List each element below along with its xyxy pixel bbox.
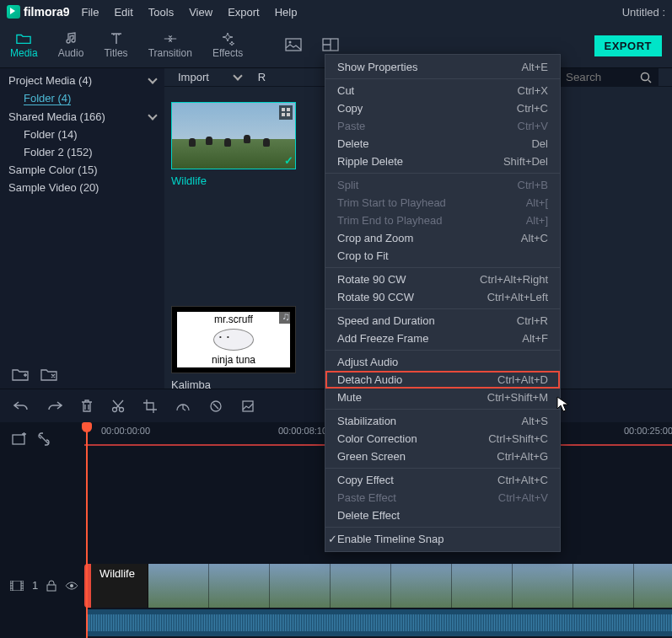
playhead[interactable] — [86, 422, 88, 638]
cut-icon[interactable] — [111, 399, 125, 413]
menu-separator — [325, 173, 560, 174]
svg-rect-4 — [282, 108, 285, 111]
greenscreen-icon[interactable] — [241, 399, 255, 413]
menu-item-mute[interactable]: MuteCtrl+Shift+M — [325, 389, 560, 406]
sparkle-icon — [220, 32, 235, 46]
audio-clip[interactable] — [88, 609, 672, 636]
menu-file[interactable]: File — [81, 6, 99, 19]
menu-item-trim-start-to-playhead: Trim Start to PlayheadAlt+[ — [325, 194, 560, 212]
sidebar-folder-14[interactable]: Folder (14) — [0, 126, 164, 143]
sidebar-sample-video[interactable]: Sample Video (20) — [0, 179, 164, 196]
search-box[interactable] — [559, 68, 659, 86]
menu-item-cut[interactable]: CutCtrl+X — [325, 82, 560, 99]
check-icon: ✓ — [328, 533, 337, 545]
menu-item-copy[interactable]: CopyCtrl+C — [325, 99, 560, 117]
music-icon — [63, 32, 78, 46]
menu-separator — [325, 527, 560, 528]
menu-tools[interactable]: Tools — [148, 6, 174, 19]
tab-titles[interactable]: Titles — [104, 32, 127, 59]
menu-separator — [325, 267, 560, 268]
export-button[interactable]: EXPORT — [594, 35, 662, 56]
svg-rect-14 — [47, 585, 56, 591]
media-thumb-wildlife[interactable]: ✓ Wildlife — [171, 102, 296, 187]
menu-item-paste-effect: Paste EffectCtrl+Alt+V — [325, 489, 560, 507]
menu-item-crop-to-fit[interactable]: Crop to Fit — [325, 247, 560, 265]
tab-audio[interactable]: Audio — [58, 32, 84, 59]
redo-icon[interactable] — [47, 400, 62, 412]
app-logo: filmora9 — [7, 5, 69, 19]
menu-item-show-properties[interactable]: Show PropertiesAlt+E — [325, 58, 560, 76]
menu-separator — [325, 409, 560, 410]
menu-separator — [325, 350, 560, 351]
search-input[interactable] — [566, 71, 633, 83]
context-menu: Show PropertiesAlt+ECutCtrl+XCopyCtrl+CP… — [325, 54, 561, 552]
document-title: Untitled : — [622, 6, 665, 19]
eye-icon[interactable] — [65, 582, 78, 590]
tab-transition[interactable]: Transition — [148, 32, 192, 59]
sidebar-project-media[interactable]: Project Media (4) — [0, 72, 164, 89]
menu-item-delete-effect[interactable]: Delete Effect — [325, 507, 560, 524]
import-dropdown[interactable]: Import — [178, 71, 241, 83]
media-thumb-kalimba[interactable]: mr.scruffninja tuna ♫ Kalimba — [171, 306, 296, 391]
project-sidebar: Project Media (4) Folder (4) Shared Medi… — [0, 68, 164, 389]
video-track-header[interactable]: 1 — [0, 579, 84, 592]
tab-effects[interactable]: Effects — [212, 32, 243, 59]
sidebar-folder-2-152[interactable]: Folder 2 (152) — [0, 143, 164, 161]
crop-icon[interactable] — [143, 399, 157, 413]
menu-help[interactable]: Help — [275, 6, 298, 19]
menu-item-copy-effect[interactable]: Copy EffectCtrl+Alt+C — [325, 471, 560, 489]
svg-point-8 — [113, 407, 117, 411]
undo-icon[interactable] — [13, 400, 29, 412]
menu-item-crop-and-zoom[interactable]: Crop and ZoomAlt+C — [325, 229, 560, 247]
menu-item-split: SplitCtrl+B — [325, 176, 560, 194]
search-icon — [640, 72, 652, 83]
layout-icon[interactable] — [322, 38, 339, 54]
svg-rect-5 — [287, 108, 290, 111]
menu-item-stabilization[interactable]: StabilizationAlt+S — [325, 412, 560, 430]
menu-item-delete[interactable]: DeleteDel — [325, 135, 560, 153]
menu-item-rotate-90-cw[interactable]: Rotate 90 CWCtrl+Alt+Right — [325, 271, 560, 288]
tab-media[interactable]: Media — [10, 32, 38, 59]
video-clip[interactable] — [88, 564, 672, 608]
image-icon[interactable] — [285, 38, 302, 54]
menu-view[interactable]: View — [189, 6, 212, 19]
color-icon[interactable] — [209, 399, 223, 413]
cursor-icon — [556, 396, 570, 413]
unlink-icon[interactable] — [37, 432, 51, 446]
folder-icon — [16, 32, 31, 46]
logo-icon — [7, 5, 20, 19]
sidebar-shared-media[interactable]: Shared Media (166) — [0, 108, 164, 126]
speed-icon[interactable] — [175, 400, 191, 412]
menu-item-enable-timeline-snap[interactable]: ✓Enable Timeline Snap — [325, 530, 560, 548]
menu-item-speed-and-duration[interactable]: Speed and DurationCtrl+R — [325, 312, 560, 330]
svg-point-15 — [70, 584, 73, 587]
menu-item-ripple-delete[interactable]: Ripple DeleteShift+Del — [325, 153, 560, 170]
sidebar-folder-4[interactable]: Folder (4) — [0, 89, 164, 108]
menu-item-add-freeze-frame[interactable]: Add Freeze FrameAlt+F — [325, 330, 560, 347]
menu-separator — [325, 468, 560, 469]
record-button[interactable]: R — [258, 71, 266, 83]
add-marker-icon[interactable] — [12, 432, 27, 446]
delete-folder-icon[interactable] — [40, 368, 57, 382]
menu-item-trim-end-to-playhead: Trim End to PlayheadAlt+] — [325, 212, 560, 229]
menu-bar: File Edit Tools View Export Help — [81, 6, 297, 19]
menu-item-green-screen[interactable]: Green ScreenCtrl+Alt+G — [325, 448, 560, 465]
filmstrip-icon — [10, 581, 24, 591]
check-icon: ✓ — [284, 154, 293, 167]
menu-export[interactable]: Export — [228, 6, 260, 19]
new-folder-icon[interactable] — [12, 368, 29, 382]
menu-item-adjust-audio[interactable]: Adjust Audio — [325, 353, 560, 371]
menu-item-rotate-90-ccw[interactable]: Rotate 90 CCWCtrl+Alt+Left — [325, 288, 560, 306]
menu-item-color-correction[interactable]: Color CorrectionCtrl+Shift+C — [325, 430, 560, 448]
svg-rect-6 — [282, 113, 285, 116]
svg-rect-0 — [286, 39, 301, 51]
lock-icon[interactable] — [46, 580, 56, 592]
delete-icon[interactable] — [81, 399, 93, 413]
sidebar-sample-color[interactable]: Sample Color (15) — [0, 161, 164, 179]
menu-item-paste: PasteCtrl+V — [325, 117, 560, 135]
app-name: filmora9 — [24, 5, 69, 19]
menu-item-detach-audio[interactable]: Detach AudioCtrl+Alt+D — [325, 371, 560, 389]
svg-point-1 — [289, 40, 292, 43]
transition-icon — [163, 32, 178, 46]
menu-edit[interactable]: Edit — [114, 6, 132, 19]
